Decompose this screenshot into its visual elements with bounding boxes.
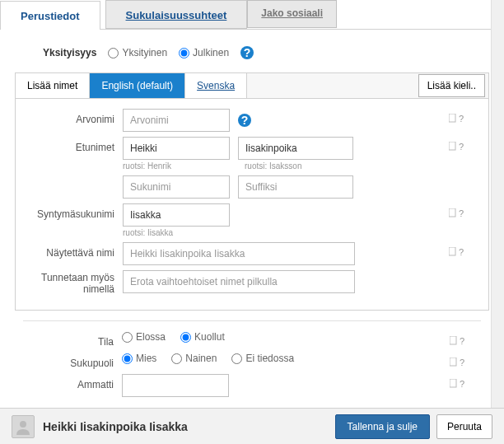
firstname-hint: ruotsi: Henrik: [123, 161, 236, 171]
suffix-input[interactable]: [238, 175, 353, 199]
occupation-label: Ammatti: [23, 374, 122, 390]
displayname-input[interactable]: [123, 242, 355, 265]
svg-point-7: [20, 421, 26, 428]
doc-help-icon[interactable]: ?: [449, 109, 464, 124]
help-icon[interactable]: ?: [240, 46, 254, 59]
name-tabs: Lisää nimet English (default) Svenska Li…: [16, 73, 488, 99]
avatar: [12, 415, 35, 438]
footer: Heikki Iisakinpoika Iisakka Tallenna ja …: [0, 408, 504, 444]
tab-english[interactable]: English (default): [90, 73, 185, 98]
title-label: Arvonimi: [24, 109, 123, 125]
status-alive[interactable]: Elossa: [122, 331, 166, 343]
status-dead[interactable]: Kuollut: [180, 331, 225, 343]
doc-help-icon[interactable]: ?: [449, 137, 464, 152]
label-public: Julkinen: [193, 47, 229, 58]
display-label: Näytettävä nimi: [24, 242, 123, 259]
privacy-label: Yksityisyys: [43, 47, 96, 58]
doc-help-icon[interactable]: ?: [450, 353, 464, 367]
cancel-button[interactable]: Peruuta: [436, 414, 492, 439]
tab-svenska[interactable]: Svenska: [185, 73, 247, 98]
birthlast-input[interactable]: [123, 203, 230, 227]
name-panel: Lisää nimet English (default) Svenska Li…: [15, 72, 489, 311]
title-input[interactable]: [123, 109, 230, 132]
birthlast-hint: ruotsi: Iisakka: [123, 228, 236, 237]
tab-share[interactable]: Jako sosiaali: [247, 0, 337, 28]
label-alive: Elossa: [136, 331, 166, 343]
doc-help-icon[interactable]: ?: [449, 242, 464, 257]
gender-female[interactable]: Nainen: [171, 353, 217, 364]
tab-basics[interactable]: Perustiedot: [0, 1, 100, 30]
tab-relations[interactable]: Sukulaisuussuhteet: [105, 0, 248, 29]
birthlast-label: Syntymäsukunimi: [24, 203, 123, 220]
radio-female[interactable]: [171, 353, 182, 364]
label-unknown: Ei tiedossa: [245, 353, 294, 364]
help-icon[interactable]: ?: [238, 114, 251, 127]
label-dead: Kuollut: [194, 331, 225, 343]
save-button[interactable]: Tallenna ja sulje: [335, 414, 430, 439]
footer-name: Heikki Iisakinpoika Iisakka: [43, 420, 188, 433]
gender-label: Sukupuoli: [23, 353, 122, 369]
radio-private[interactable]: [108, 48, 119, 58]
add-language-button[interactable]: Lisää kieli..: [418, 74, 485, 97]
svg-rect-4: [450, 336, 456, 344]
radio-public[interactable]: [179, 48, 189, 58]
scrollbar[interactable]: [491, 0, 504, 408]
privacy-private[interactable]: Yksityinen: [108, 47, 167, 58]
svg-rect-1: [449, 142, 455, 150]
gender-male[interactable]: Mies: [122, 353, 156, 364]
privacy-row: Yksityisyys Yksityinen Julkinen ?: [43, 46, 489, 59]
privacy-public[interactable]: Julkinen: [179, 47, 229, 58]
aka-label: Tunnetaan myös nimellä: [24, 270, 123, 295]
svg-rect-0: [449, 114, 455, 122]
svg-rect-3: [449, 247, 455, 255]
occupation-input[interactable]: [122, 374, 229, 397]
svg-rect-2: [449, 208, 455, 217]
label-female: Nainen: [185, 353, 217, 364]
aka-input[interactable]: [123, 270, 355, 293]
middlename-input[interactable]: [238, 137, 353, 160]
label-private: Yksityinen: [122, 47, 167, 58]
firstname-input[interactable]: [123, 137, 230, 160]
firstnames-label: Etunimet: [24, 137, 123, 153]
gender-unknown[interactable]: Ei tiedossa: [231, 353, 294, 364]
svg-rect-5: [450, 358, 456, 366]
radio-dead[interactable]: [180, 332, 191, 343]
tab-addnames[interactable]: Lisää nimet: [16, 73, 90, 98]
radio-unknown[interactable]: [231, 353, 242, 364]
status-label: Tila: [23, 331, 122, 348]
radio-male[interactable]: [122, 353, 133, 364]
label-male: Mies: [136, 353, 156, 364]
middlename-hint: ruotsi: Isaksson: [245, 161, 360, 171]
doc-help-icon[interactable]: ?: [449, 203, 464, 218]
radio-alive[interactable]: [122, 332, 133, 343]
main-tabs: Perustiedot Sukulaisuussuhteet Jako sosi…: [0, 0, 504, 30]
doc-help-icon[interactable]: ?: [450, 374, 464, 389]
divider: [23, 320, 481, 321]
lastname-input[interactable]: [123, 175, 230, 199]
svg-rect-6: [450, 379, 456, 387]
doc-help-icon[interactable]: ?: [450, 331, 464, 346]
